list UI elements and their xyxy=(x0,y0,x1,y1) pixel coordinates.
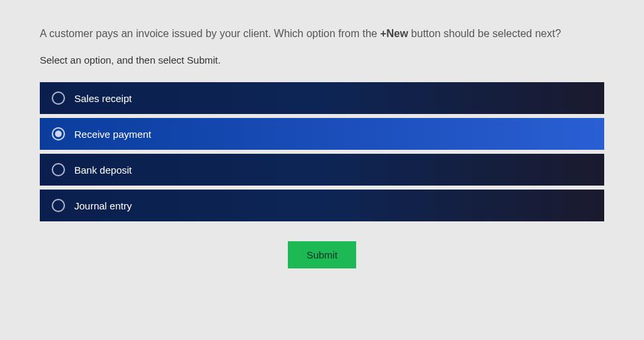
question-after: button should be selected next? xyxy=(408,28,560,39)
radio-icon xyxy=(52,91,65,105)
option-label: Bank deposit xyxy=(74,164,132,176)
question-text: A customer pays an invoice issued by you… xyxy=(40,27,604,41)
option-receive-payment[interactable]: Receive payment xyxy=(40,118,604,150)
submit-button[interactable]: Submit xyxy=(288,241,356,268)
option-journal-entry[interactable]: Journal entry xyxy=(40,190,604,221)
question-before: A customer pays an invoice issued by you… xyxy=(40,28,380,39)
option-bank-deposit[interactable]: Bank deposit xyxy=(40,154,604,186)
radio-icon xyxy=(52,127,65,141)
instruction-text: Select an option, and then select Submit… xyxy=(40,54,604,66)
option-label: Receive payment xyxy=(74,129,151,140)
option-label: Sales receipt xyxy=(74,93,132,104)
question-bold: +New xyxy=(380,28,408,39)
options-list: Sales receipt Receive payment Bank depos… xyxy=(40,82,604,221)
radio-icon xyxy=(52,199,65,212)
radio-icon xyxy=(52,163,65,176)
option-sales-receipt[interactable]: Sales receipt xyxy=(40,82,604,114)
submit-container: Submit xyxy=(40,241,604,268)
option-label: Journal entry xyxy=(74,200,132,211)
